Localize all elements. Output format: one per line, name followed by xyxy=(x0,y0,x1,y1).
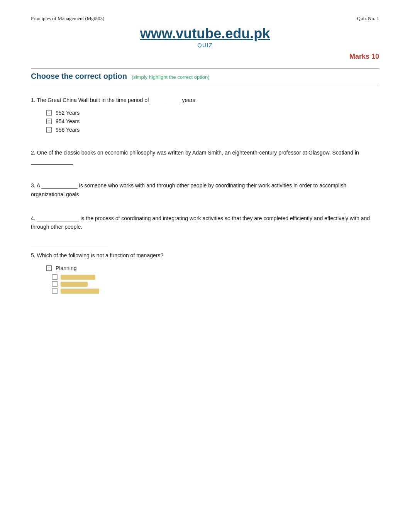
option-bullet: □ xyxy=(46,110,52,116)
question-5-options: □ Planning xyxy=(31,265,379,271)
option-label: 956 Years xyxy=(56,127,80,133)
question-1-text: 1. The Great China Wall built in the tim… xyxy=(31,96,379,104)
question-1: 1. The Great China Wall built in the tim… xyxy=(31,96,379,133)
course-title: Principles of Management (Mgt503) xyxy=(31,15,104,22)
instruction-line: Choose the correct option (simply highli… xyxy=(31,68,379,84)
blurred-text-3 xyxy=(61,289,99,294)
question-5: 5. Which of the following is not a funct… xyxy=(31,251,379,294)
blurred-text-1 xyxy=(61,275,95,280)
question-2-text: 2. One of the classic books on economic … xyxy=(31,148,379,166)
list-item: □ 954 Years xyxy=(46,118,379,124)
divider-line xyxy=(31,247,108,247)
instruction-sub: (simply highlight the correct option) xyxy=(132,74,210,80)
quiz-number: Quiz No. 1 xyxy=(357,15,379,22)
option-label: 954 Years xyxy=(56,118,80,124)
blurred-item-1 xyxy=(52,274,379,280)
question-2: 2. One of the classic books on economic … xyxy=(31,148,379,166)
question-1-options: □ 952 Years □ 954 Years □ 956 Years xyxy=(31,110,379,133)
website-title: www.vutube.edu.pk xyxy=(31,25,379,42)
blurred-bullet xyxy=(52,281,58,287)
question-5-text: 5. Which of the following is not a funct… xyxy=(31,251,379,260)
blurred-item-2 xyxy=(52,281,379,287)
option-bullet: □ xyxy=(46,265,52,271)
blurred-text-2 xyxy=(61,282,88,287)
option-bullet: □ xyxy=(46,119,52,124)
marks-section: Marks 10 xyxy=(31,53,379,61)
blurred-item-3 xyxy=(52,288,379,294)
question-3-text: 3. A ____________ is someone who works w… xyxy=(31,181,379,199)
question-3: 3. A ____________ is someone who works w… xyxy=(31,181,379,199)
list-item: □ Planning xyxy=(46,265,379,271)
header: Principles of Management (Mgt503) Quiz N… xyxy=(31,15,379,22)
option-bullet: □ xyxy=(46,127,52,133)
page: Principles of Management (Mgt503) Quiz N… xyxy=(0,0,410,532)
list-item: □ 956 Years xyxy=(46,127,379,133)
title-section: www.vutube.edu.pk QUIZ xyxy=(31,25,379,49)
instruction-main: Choose the correct option xyxy=(31,72,127,81)
question-4: 4. ______________ is the process of coor… xyxy=(31,214,379,231)
blurred-bullet xyxy=(52,274,58,280)
option-label: 952 Years xyxy=(56,110,80,116)
blurred-bullet xyxy=(52,288,58,294)
blurred-options xyxy=(52,274,379,294)
question-4-text: 4. ______________ is the process of coor… xyxy=(31,214,379,231)
list-item: □ 952 Years xyxy=(46,110,379,116)
option-label: Planning xyxy=(56,265,77,271)
marks-label: Marks 10 xyxy=(349,53,379,60)
quiz-subtitle: QUIZ xyxy=(197,42,213,48)
